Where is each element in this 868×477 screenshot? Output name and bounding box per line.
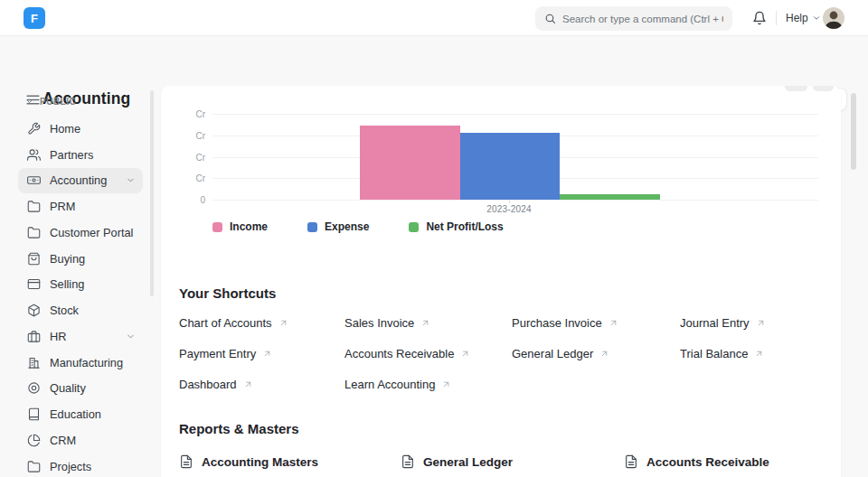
arrow-up-right-icon xyxy=(609,318,618,328)
sidebar-item-selling[interactable]: Selling xyxy=(18,272,143,298)
chevron-down-icon xyxy=(25,98,33,106)
shortcut-label: General Ledger xyxy=(512,347,593,360)
sidebar-item-label: Selling xyxy=(50,277,84,291)
bar-expense[interactable] xyxy=(460,133,561,200)
document-icon xyxy=(624,454,638,469)
sidebar-item-crm[interactable]: CRM xyxy=(18,427,143,454)
y-axis-tick-label: Cr xyxy=(165,130,205,140)
badge-icon xyxy=(27,381,41,395)
report-item-general-ledger[interactable]: General Ledger xyxy=(401,454,624,469)
arrow-up-right-icon xyxy=(441,379,451,389)
y-axis-tick-label: 0 xyxy=(165,195,205,205)
frappe-logo[interactable]: F xyxy=(24,7,45,29)
shortcut-accounts-receivable[interactable]: Accounts Receivable xyxy=(344,347,512,360)
legend-label: Expense xyxy=(325,220,369,233)
sidebar-item-label: HR xyxy=(50,330,66,343)
factory-icon xyxy=(27,356,41,369)
reports-grid: Accounting MastersGeneral LedgerAccounts… xyxy=(179,450,823,473)
shortcuts-grid: Chart of AccountsSales InvoicePurchase I… xyxy=(179,307,823,399)
shortcut-payment-entry[interactable]: Payment Entry xyxy=(179,347,344,360)
sidebar-item-label: Home xyxy=(50,122,80,136)
bar-net-profit-loss[interactable] xyxy=(560,194,660,200)
shortcut-chart-of-accounts[interactable]: Chart of Accounts xyxy=(179,316,344,330)
page-scrollbar[interactable] xyxy=(851,93,856,170)
shortcut-dashboard[interactable]: Dashboard xyxy=(179,378,344,391)
shortcut-label: Sales Invoice xyxy=(344,316,414,330)
sidebar-item-stock[interactable]: Stock xyxy=(18,297,143,323)
sidebar-section-label: PUBLIC xyxy=(40,97,76,107)
legend-item-income: Income xyxy=(212,220,268,233)
tools-icon xyxy=(27,122,41,136)
shortcut-general-ledger[interactable]: General Ledger xyxy=(512,347,680,360)
sidebar-item-label: Customer Portal xyxy=(50,226,133,239)
sidebar-item-label: PRM xyxy=(50,200,75,213)
shortcut-label: Trial Balance xyxy=(680,347,748,360)
sidebar: PUBLIC HomePartnersAccountingPRMCustomer… xyxy=(0,81,161,477)
shortcut-label: Learn Accounting xyxy=(344,378,435,391)
box-icon xyxy=(27,304,41,317)
sidebar-item-label: Projects xyxy=(50,460,91,473)
report-item-accounting-masters[interactable]: Accounting Masters xyxy=(179,454,401,469)
shortcuts-title: Your Shortcuts xyxy=(179,285,276,301)
chart-legend: IncomeExpenseNet Profit/Loss xyxy=(212,220,504,233)
bell-icon[interactable] xyxy=(752,11,767,25)
shortcut-sales-invoice[interactable]: Sales Invoice xyxy=(344,316,512,330)
search-input[interactable] xyxy=(562,14,723,24)
sidebar-item-partners[interactable]: Partners xyxy=(18,142,143,168)
sidebar-scrollbar[interactable] xyxy=(150,90,154,296)
legend-item-net-profit-loss: Net Profit/Loss xyxy=(409,220,503,233)
shortcut-label: Purchase Invoice xyxy=(512,316,602,330)
sidebar-item-projects[interactable]: Projects xyxy=(18,454,143,477)
shortcut-label: Accounts Receivable xyxy=(344,347,454,360)
sidebar-item-buying[interactable]: Buying xyxy=(18,246,143,272)
shortcut-learn-accounting[interactable]: Learn Accounting xyxy=(344,378,512,391)
sidebar-item-home[interactable]: Home xyxy=(18,116,143,142)
sidebar-item-prm[interactable]: PRM xyxy=(18,193,143,220)
legend-item-expense: Expense xyxy=(307,220,369,233)
legend-label: Net Profit/Loss xyxy=(426,220,503,233)
sidebar-item-hr[interactable]: HR xyxy=(18,323,143,350)
folder-icon xyxy=(27,460,41,473)
shortcut-trial-balance[interactable]: Trial Balance xyxy=(680,347,823,360)
user-avatar[interactable] xyxy=(823,7,844,29)
sidebar-item-accounting[interactable]: Accounting xyxy=(18,168,143,194)
document-icon xyxy=(179,454,193,469)
x-axis-tick xyxy=(509,201,510,203)
global-search[interactable] xyxy=(535,6,732,31)
sidebar-section-public[interactable]: PUBLIC xyxy=(25,97,76,107)
shortcut-purchase-invoice[interactable]: Purchase Invoice xyxy=(512,316,680,330)
bar-income[interactable] xyxy=(360,126,460,200)
sidebar-item-label: Partners xyxy=(50,148,93,162)
sidebar-item-quality[interactable]: Quality xyxy=(18,376,143,402)
bag-icon xyxy=(27,252,41,266)
topbar-divider xyxy=(776,11,777,25)
arrow-up-right-icon xyxy=(278,318,288,328)
help-label: Help xyxy=(786,12,808,24)
y-axis-tick-label: Cr xyxy=(165,152,205,162)
legend-swatch xyxy=(409,222,419,232)
sidebar-item-education[interactable]: Education xyxy=(18,401,143,427)
arrow-up-right-icon xyxy=(599,349,609,359)
folder-icon xyxy=(27,200,41,213)
report-item-accounts-receivable[interactable]: Accounts Receivable xyxy=(624,454,823,469)
legend-swatch xyxy=(212,222,222,232)
shortcut-label: Payment Entry xyxy=(179,347,256,360)
x-axis-label: 2023-2024 xyxy=(419,204,599,214)
legend-swatch xyxy=(307,222,317,232)
reports-title: Reports & Masters xyxy=(179,421,299,436)
cash-icon xyxy=(27,173,41,187)
card-icon xyxy=(27,277,41,291)
help-dropdown[interactable]: Help xyxy=(786,12,821,24)
shortcut-label: Chart of Accounts xyxy=(179,316,272,330)
workspace-header: Accounting Create Workspace Edit xyxy=(0,36,868,81)
sidebar-item-manufacturing[interactable]: Manufacturing xyxy=(18,350,143,376)
sidebar-item-label: Stock xyxy=(50,304,79,317)
document-icon xyxy=(401,454,415,469)
search-icon xyxy=(544,13,556,24)
sidebar-item-customer-portal[interactable]: Customer Portal xyxy=(18,220,143,246)
briefcase-icon xyxy=(27,330,41,343)
chart-gridline xyxy=(212,200,818,201)
sidebar-item-label: CRM xyxy=(50,434,76,447)
chart-gridline xyxy=(212,114,818,115)
shortcut-journal-entry[interactable]: Journal Entry xyxy=(680,316,823,330)
